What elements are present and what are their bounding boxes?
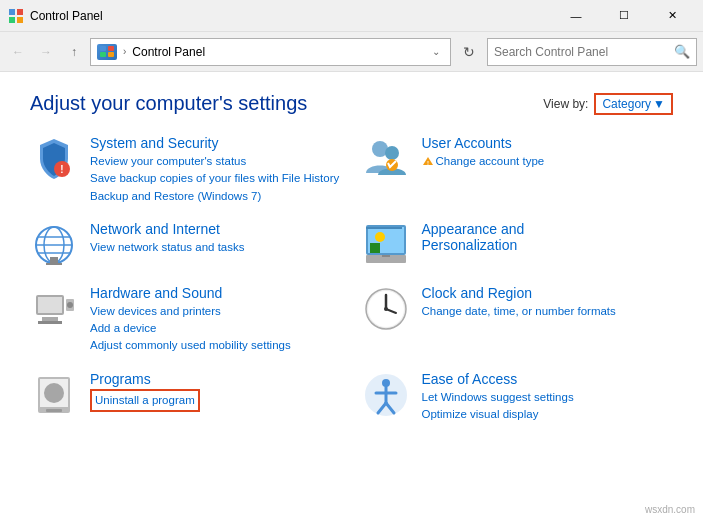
category-system-security: ! System and Security Review your comput…: [30, 135, 342, 205]
svg-rect-21: [46, 263, 62, 265]
clock-region-content: Clock and Region Change date, time, or n…: [422, 285, 616, 320]
close-button[interactable]: ✕: [649, 0, 695, 32]
up-button[interactable]: ↑: [62, 40, 86, 64]
svg-rect-5: [108, 46, 114, 51]
ease-access-icon: [362, 371, 410, 419]
svg-rect-27: [382, 255, 390, 257]
address-dropdown-arrow[interactable]: ⌄: [428, 46, 444, 57]
page-header: Adjust your computer's settings View by:…: [30, 92, 673, 115]
page-title: Adjust your computer's settings: [30, 92, 307, 115]
svg-point-42: [44, 383, 64, 403]
address-bar-input[interactable]: › Control Panel ⌄: [90, 38, 451, 66]
svg-rect-6: [100, 52, 106, 57]
programs-title[interactable]: Programs: [90, 371, 200, 387]
svg-rect-1: [17, 9, 23, 15]
svg-rect-28: [366, 227, 402, 229]
system-security-icon: !: [30, 135, 78, 183]
svg-text:!: !: [427, 159, 429, 165]
search-input[interactable]: [494, 45, 670, 59]
user-accounts-content: User Accounts ! Change account type: [422, 135, 545, 170]
svg-rect-3: [17, 17, 23, 23]
clock-region-icon: [362, 285, 410, 333]
categories-grid: ! System and Security Review your comput…: [30, 135, 673, 423]
save-backup-link[interactable]: Save backup copies of your files with Fi…: [90, 170, 339, 187]
category-user-accounts: User Accounts ! Change account type: [362, 135, 674, 205]
svg-point-25: [375, 232, 385, 242]
review-computer-status-link[interactable]: Review your computer's status: [90, 153, 339, 170]
window-title: Control Panel: [30, 9, 553, 23]
address-text: Control Panel: [132, 45, 422, 59]
add-device-link[interactable]: Add a device: [90, 320, 291, 337]
user-accounts-title[interactable]: User Accounts: [422, 135, 545, 151]
svg-rect-33: [42, 317, 58, 321]
forward-button[interactable]: →: [34, 40, 58, 64]
hardware-sound-content: Hardware and Sound View devices and prin…: [90, 285, 291, 355]
clock-region-title[interactable]: Clock and Region: [422, 285, 616, 301]
svg-text:!: !: [60, 164, 63, 175]
svg-rect-0: [9, 9, 15, 15]
change-account-type-link[interactable]: ! Change account type: [422, 153, 545, 170]
ease-access-content: Ease of Access Let Windows suggest setti…: [422, 371, 574, 424]
appearance-icon: [362, 221, 410, 269]
category-programs: Programs Uninstall a program: [30, 371, 342, 424]
view-by-arrow: ▼: [653, 97, 665, 111]
hardware-sound-title[interactable]: Hardware and Sound: [90, 285, 291, 301]
category-ease-access: Ease of Access Let Windows suggest setti…: [362, 371, 674, 424]
address-bar: ← → ↑ › Control Panel ⌄ ↻ 🔍: [0, 32, 703, 72]
search-button[interactable]: 🔍: [674, 44, 690, 59]
programs-icon: [30, 371, 78, 419]
svg-rect-4: [100, 46, 106, 51]
svg-rect-2: [9, 17, 15, 23]
programs-content: Programs Uninstall a program: [90, 371, 200, 412]
view-by-control: View by: Category ▼: [543, 93, 673, 115]
svg-point-32: [67, 302, 73, 308]
view-network-status-link[interactable]: View network status and tasks: [90, 239, 244, 256]
control-panel-icon: [97, 44, 117, 60]
svg-point-11: [385, 146, 399, 160]
view-by-dropdown[interactable]: Category ▼: [594, 93, 673, 115]
category-network-internet: Network and Internet View network status…: [30, 221, 342, 269]
maximize-button[interactable]: ☐: [601, 0, 647, 32]
uninstall-program-link[interactable]: Uninstall a program: [90, 389, 200, 412]
appearance-title[interactable]: Appearance andPersonalization: [422, 221, 525, 253]
main-content: Adjust your computer's settings View by:…: [0, 72, 703, 443]
svg-rect-43: [46, 409, 62, 412]
user-accounts-icon: [362, 135, 410, 183]
search-box[interactable]: 🔍: [487, 38, 697, 66]
network-internet-title[interactable]: Network and Internet: [90, 221, 244, 237]
change-date-time-link[interactable]: Change date, time, or number formats: [422, 303, 616, 320]
svg-rect-7: [108, 52, 114, 57]
hardware-sound-icon: [30, 285, 78, 333]
windows-suggest-link[interactable]: Let Windows suggest settings: [422, 389, 574, 406]
category-hardware-sound: Hardware and Sound View devices and prin…: [30, 285, 342, 355]
category-clock-region: Clock and Region Change date, time, or n…: [362, 285, 674, 355]
minimize-button[interactable]: —: [553, 0, 599, 32]
system-security-content: System and Security Review your computer…: [90, 135, 339, 205]
title-bar: Control Panel — ☐ ✕: [0, 0, 703, 32]
svg-rect-34: [38, 321, 62, 324]
network-internet-icon: [30, 221, 78, 269]
mobility-settings-link[interactable]: Adjust commonly used mobility settings: [90, 337, 291, 354]
window-controls: — ☐ ✕: [553, 0, 695, 32]
optimize-visual-link[interactable]: Optimize visual display: [422, 406, 574, 423]
svg-rect-30: [38, 297, 62, 313]
address-chevron: ›: [123, 46, 126, 57]
back-button[interactable]: ←: [6, 40, 30, 64]
ease-access-title[interactable]: Ease of Access: [422, 371, 574, 387]
network-internet-content: Network and Internet View network status…: [90, 221, 244, 256]
watermark: wsxdn.com: [645, 504, 695, 515]
category-appearance: Appearance andPersonalization: [362, 221, 674, 269]
backup-restore-link[interactable]: Backup and Restore (Windows 7): [90, 188, 339, 205]
svg-rect-20: [50, 257, 58, 263]
app-icon: [8, 8, 24, 24]
refresh-button[interactable]: ↻: [455, 38, 483, 66]
system-security-title[interactable]: System and Security: [90, 135, 339, 151]
view-by-value: Category: [602, 97, 651, 111]
appearance-content: Appearance andPersonalization: [422, 221, 525, 255]
svg-point-39: [384, 307, 388, 311]
svg-rect-24: [370, 243, 380, 253]
view-devices-link[interactable]: View devices and printers: [90, 303, 291, 320]
view-by-label: View by:: [543, 97, 588, 111]
